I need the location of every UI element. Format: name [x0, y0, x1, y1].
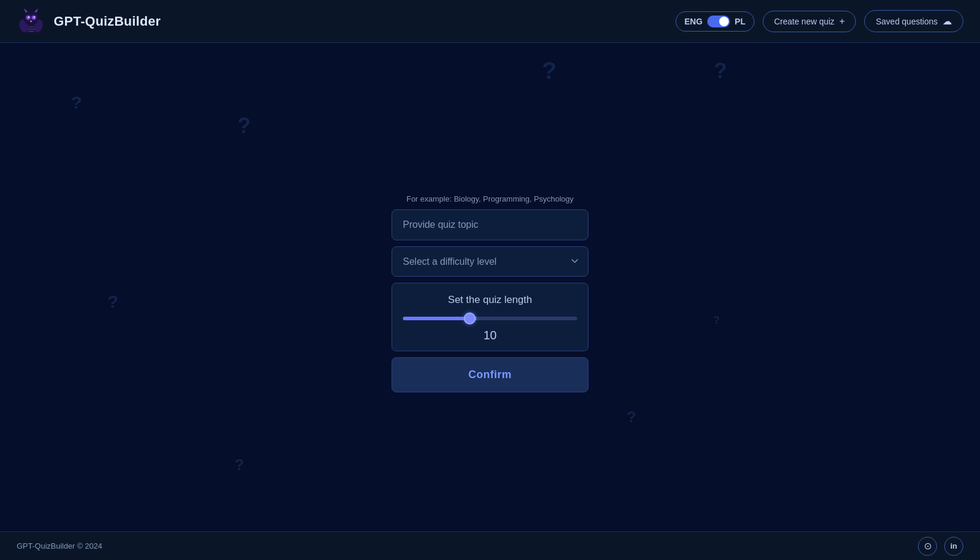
footer: GPT-QuizBuilder © 2024 ⊙ in: [0, 531, 980, 560]
footer-social-links: ⊙ in: [918, 537, 963, 556]
quiz-length-slider[interactable]: [403, 317, 577, 320]
svg-point-9: [32, 16, 36, 19]
footer-copyright-text: GPT-QuizBuilder © 2024: [17, 542, 102, 550]
create-quiz-label: Create new quiz: [774, 17, 834, 26]
cloud-icon: ☁: [942, 16, 952, 27]
toggle-switch[interactable]: [707, 16, 730, 27]
confirm-button[interactable]: Confirm: [392, 357, 588, 392]
saved-questions-button[interactable]: Saved questions ☁: [864, 10, 963, 32]
app-title: GPT-QuizBuilder: [54, 14, 161, 29]
plus-icon: +: [839, 16, 845, 27]
create-quiz-button[interactable]: Create new quiz +: [763, 11, 856, 32]
language-toggle[interactable]: ENG PL: [676, 11, 754, 32]
difficulty-select[interactable]: Select a difficulty level EasyMediumHard: [392, 246, 588, 277]
lang-pl-label: PL: [735, 17, 745, 26]
owl-logo-icon: [17, 7, 45, 36]
main-content: For example: Biology, Programming, Psych…: [0, 43, 980, 531]
github-button[interactable]: ⊙: [918, 537, 937, 556]
svg-marker-4: [24, 8, 27, 12]
topic-input[interactable]: [392, 209, 588, 240]
slider-wrapper: [403, 312, 577, 323]
header-actions: ENG PL Create new quiz + Saved questions…: [676, 10, 963, 32]
svg-point-8: [27, 16, 30, 19]
header-brand: GPT-QuizBuilder: [17, 7, 161, 36]
footer-copyright: GPT-QuizBuilder © 2024: [17, 542, 102, 550]
saved-questions-label: Saved questions: [876, 17, 938, 26]
svg-point-11: [33, 16, 35, 17]
svg-marker-5: [35, 8, 38, 12]
svg-point-10: [28, 16, 29, 17]
lang-eng-label: ENG: [685, 17, 702, 26]
quiz-form: For example: Biology, Programming, Psych…: [392, 194, 588, 392]
linkedin-icon: in: [950, 542, 957, 550]
example-hint: For example: Biology, Programming, Psych…: [392, 194, 588, 203]
linkedin-button[interactable]: in: [944, 537, 963, 556]
quiz-length-title: Set the quiz length: [448, 294, 532, 306]
header: GPT-QuizBuilder ENG PL Create new quiz +…: [0, 0, 980, 43]
quiz-length-value: 10: [483, 329, 497, 342]
quiz-length-box: Set the quiz length 10: [392, 283, 588, 351]
github-icon: ⊙: [924, 540, 932, 552]
